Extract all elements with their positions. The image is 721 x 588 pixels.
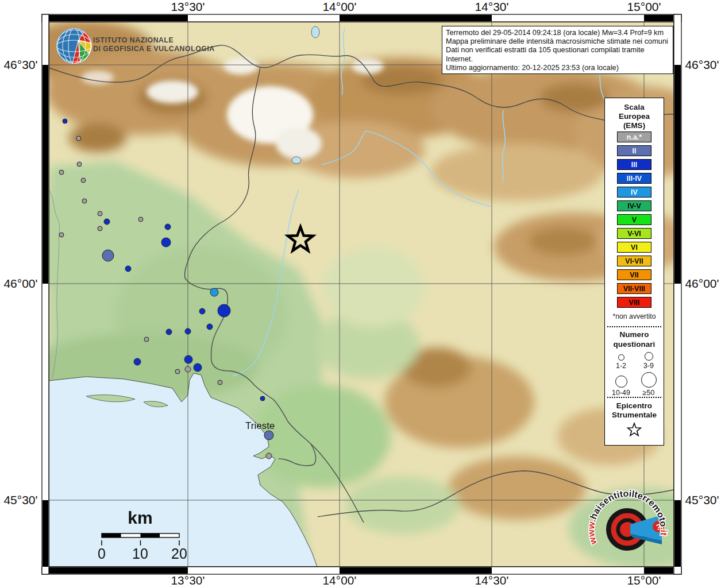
ingv-brand-line1: ISTITUTO NAZIONALE bbox=[93, 36, 215, 45]
legend-swatch-IV-V: IV-V bbox=[617, 200, 651, 211]
bin-circle-icon bbox=[641, 372, 657, 388]
legend-swatch-VI: VI bbox=[617, 242, 651, 253]
legend-title-line1: Scala bbox=[605, 103, 664, 112]
axis-top-13-30: 13°30' bbox=[171, 0, 205, 14]
intensity-dot bbox=[264, 431, 273, 440]
legend-swatch-VII-VIII: VII-VIII bbox=[617, 283, 651, 294]
bin-label: 3-9 bbox=[643, 362, 654, 370]
intensity-dot bbox=[166, 329, 172, 335]
intensity-dot bbox=[185, 366, 191, 372]
intensity-dot bbox=[134, 358, 141, 365]
intensity-dot bbox=[98, 211, 102, 216]
scalebar-10: 10 bbox=[132, 546, 148, 562]
intensity-dot bbox=[199, 308, 205, 314]
intensity-dot bbox=[59, 233, 64, 237]
intensity-dot bbox=[218, 380, 222, 385]
epicenter-star-icon bbox=[626, 421, 643, 439]
legend-panel: Scala Europea (EMS) n.a.*IIIIIIII-IVIVIV… bbox=[604, 98, 664, 446]
legend-title-line2: Europea bbox=[605, 112, 664, 121]
axis-right-46-30: 46°30' bbox=[685, 58, 719, 72]
questionnaire-bin-3-9: 3-9 bbox=[635, 352, 662, 370]
event-info-line4: Ultimo aggiornamento: 20-12-2025 23:53 (… bbox=[446, 63, 669, 72]
intensity-dot bbox=[207, 324, 213, 330]
intensity-dot bbox=[125, 266, 131, 272]
axis-top-15-00: 15°00' bbox=[627, 0, 661, 14]
scalebar-unit: km bbox=[128, 508, 152, 528]
intensity-dot bbox=[210, 288, 218, 296]
questionnaire-bin-10-49: 10-49 bbox=[607, 372, 635, 397]
questionnaire-bins: 1-23-910-49≥50 bbox=[607, 352, 662, 397]
questionnaire-title-line2: questionari bbox=[605, 340, 664, 349]
legend-swatch-VIII: VIII bbox=[617, 297, 651, 308]
legend-swatch-III: III bbox=[617, 159, 651, 170]
axis-top-14-30: 14°30' bbox=[475, 0, 508, 14]
intensity-dot bbox=[184, 355, 192, 363]
intensity-dot bbox=[104, 219, 110, 225]
intensity-dot bbox=[138, 217, 143, 222]
scalebar-0: 0 bbox=[98, 546, 106, 562]
legend-swatch-n.a.*: n.a.* bbox=[617, 131, 651, 142]
event-info-line1: Terremoto del 29-05-2014 09:24:18 (ora l… bbox=[446, 28, 669, 37]
bin-label: ≥50 bbox=[643, 389, 655, 397]
bin-circle-icon bbox=[645, 352, 653, 361]
intensity-dot bbox=[77, 162, 82, 167]
legend-footnote: *non avvertito bbox=[605, 312, 664, 320]
intensity-dot bbox=[266, 453, 272, 459]
scalebar-20: 20 bbox=[171, 546, 187, 562]
legend-swatch-VII: VII bbox=[617, 269, 651, 280]
axis-bottom-14-30: 14°30' bbox=[475, 574, 508, 587]
bin-label: 10-49 bbox=[612, 389, 630, 397]
axis-left-45-30: 45°30' bbox=[3, 493, 37, 507]
questionnaire-bin-1-2: 1-2 bbox=[607, 352, 635, 370]
axis-right-45-30: 45°30' bbox=[685, 493, 719, 507]
intensity-dot bbox=[63, 119, 67, 123]
axis-bottom-15-00: 15°00' bbox=[627, 574, 661, 587]
intensity-dot bbox=[165, 224, 171, 230]
intensity-dot bbox=[82, 199, 87, 203]
city-label-trieste: Trieste bbox=[245, 420, 275, 432]
intensity-dot bbox=[81, 178, 86, 183]
axis-top-14-00: 14°00' bbox=[322, 0, 356, 14]
axis-bottom-13-30: 13°30' bbox=[171, 574, 205, 587]
epicenter-title-line1: Epicentro bbox=[605, 401, 664, 411]
axis-bottom-14-00: 14°00' bbox=[322, 574, 356, 587]
axis-right-46-00: 46°00' bbox=[685, 277, 719, 291]
ems-scale-swatches: n.a.*IIIIIIII-IVIVIV-VVV-VIVIVI-VIIVIIVI… bbox=[605, 131, 664, 311]
intensity-dot bbox=[98, 226, 102, 231]
axis-left-46-00: 46°00' bbox=[3, 277, 37, 291]
legend-swatch-II: II bbox=[617, 145, 651, 156]
legend-swatch-VI-VII: VI-VII bbox=[617, 256, 651, 266]
ingv-globe-icon bbox=[55, 27, 93, 65]
intensity-dot bbox=[76, 136, 81, 141]
legend-swatch-IV: IV bbox=[617, 187, 651, 198]
intensity-dot bbox=[175, 369, 180, 374]
legend-swatch-V: V bbox=[617, 214, 651, 225]
legend-swatch-III-IV: III-IV bbox=[617, 173, 651, 184]
intensity-dot bbox=[218, 304, 230, 317]
legend-swatch-V-VI: V-VI bbox=[617, 228, 651, 239]
bin-circle-icon bbox=[618, 354, 624, 361]
ingv-brand-line2: DI GEOFISICA E VULCANOLOGIA bbox=[93, 45, 215, 53]
bin-label: 1-2 bbox=[616, 362, 626, 370]
intensity-dot bbox=[185, 328, 191, 334]
event-info-box: Terremoto del 29-05-2014 09:24:18 (ora l… bbox=[442, 26, 673, 74]
questionnaire-title-line1: Numero bbox=[605, 330, 664, 339]
legend-separator bbox=[607, 326, 661, 327]
event-info-line2: Mappa preliminare delle intensità macros… bbox=[446, 37, 669, 45]
legend-title-line3: (EMS) bbox=[605, 121, 664, 130]
intensity-dot bbox=[102, 250, 114, 261]
intensity-dot bbox=[161, 238, 171, 247]
questionnaire-bin-≥50: ≥50 bbox=[635, 372, 662, 397]
bin-circle-icon bbox=[615, 376, 627, 388]
epicenter-title-line2: Strumentale bbox=[605, 411, 664, 420]
intensity-dot bbox=[260, 396, 265, 401]
intensity-dot bbox=[144, 337, 149, 342]
legend-separator bbox=[607, 397, 661, 398]
event-info-line3: Dati non verificati estratti da 105 ques… bbox=[446, 45, 669, 63]
intensity-dot bbox=[194, 363, 202, 372]
axis-left-46-30: 46°30' bbox=[3, 58, 37, 72]
watermark-suffix: .it bbox=[659, 527, 669, 536]
intensity-dot bbox=[59, 170, 64, 175]
macroseismic-map-page: ? www.haisentitoilterremoto.it 13°30' 14… bbox=[0, 0, 721, 588]
epicenter-legend: Epicentro Strumentale bbox=[605, 401, 664, 441]
